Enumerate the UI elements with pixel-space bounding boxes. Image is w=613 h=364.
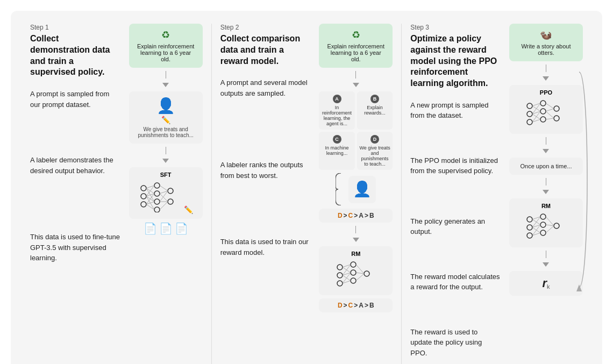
- svg-point-44: [527, 119, 532, 125]
- output-a: A In reinforcement learning, the agent i…: [319, 91, 355, 130]
- arrow-5a: [546, 65, 546, 72]
- edit-icon-sft: ✏️: [184, 205, 193, 214]
- brace-person: 👤: [319, 173, 393, 205]
- arrow-2b: [162, 159, 169, 163]
- svg-line-70: [532, 217, 540, 227]
- label-c: C: [333, 135, 341, 144]
- rm2-nn-svg: [524, 211, 567, 241]
- arrow-3b: [353, 83, 359, 87]
- step-1-section-1: A prompt is sampled from our prompt data…: [30, 89, 120, 110]
- arrow-8a: [546, 251, 546, 258]
- svg-point-63: [527, 233, 532, 238]
- sft-label: SFT: [133, 172, 198, 178]
- doc-icon-3: 📄: [175, 222, 188, 235]
- arrow-4b: [353, 238, 359, 242]
- step-3-output-box: Once upon a time...: [509, 158, 583, 175]
- arrow-5b: [543, 76, 549, 81]
- svg-line-76: [546, 225, 554, 226]
- step-2-column: Step 2 Collect comparison data and train…: [212, 24, 402, 364]
- rm-label-3: RM: [514, 203, 579, 209]
- svg-line-57: [546, 103, 554, 109]
- step-3-column: Step 3 Optimize a policy against the rew…: [402, 24, 591, 364]
- step-3-text: Step 3 Optimize a policy against the rew…: [410, 24, 501, 364]
- step-1-column: Step 1 Collect demonstration data and tr…: [22, 24, 212, 364]
- arrow-1b: [162, 83, 169, 87]
- rm-nn-svg: [334, 259, 377, 289]
- svg-point-2: [141, 202, 146, 207]
- svg-point-28: [351, 262, 356, 267]
- step-3-section-1: A new prompt is sampled from the dataset…: [410, 100, 501, 121]
- svg-point-1: [141, 194, 146, 199]
- svg-line-21: [160, 194, 168, 202]
- svg-line-24: [160, 202, 168, 210]
- step-2-section-3: This data is used to train our reward mo…: [220, 237, 311, 258]
- svg-line-75: [546, 217, 554, 226]
- step-1-prompt-box: ♻ Explain reinforcement learning to a 6 …: [129, 24, 203, 68]
- step-3-ppo-box: PPO: [509, 85, 583, 134]
- svg-point-67: [554, 223, 559, 229]
- svg-point-65: [540, 222, 546, 227]
- outputs-grid: A In reinforcement learning, the agent i…: [319, 91, 393, 170]
- reward-value: r: [542, 276, 547, 290]
- svg-line-34: [343, 265, 351, 275]
- svg-line-41: [356, 274, 364, 281]
- recycle-icon-2: ♻: [325, 29, 386, 41]
- output-d: D We give treats and punishments to teac…: [357, 132, 393, 170]
- svg-line-37: [343, 273, 351, 283]
- arrow-7a: [546, 178, 546, 185]
- svg-point-42: [527, 103, 532, 109]
- arrow-4a: [355, 226, 356, 233]
- reward-box: rk: [509, 271, 583, 296]
- svg-point-45: [540, 101, 546, 106]
- step-3-prompt-box: 🦦 Write a story about otters.: [509, 24, 583, 61]
- arrow-6a: [546, 137, 546, 145]
- rm-label-2: RM: [323, 251, 388, 257]
- svg-line-55: [532, 111, 540, 122]
- svg-point-5: [154, 199, 160, 204]
- step-1-sft-box: SFT: [129, 167, 203, 219]
- svg-point-61: [527, 217, 532, 222]
- edit-icon-1: ✏️: [161, 116, 170, 124]
- step-3-label: Step 3: [410, 24, 501, 31]
- reward-sub: k: [547, 283, 550, 290]
- svg-point-0: [141, 185, 146, 191]
- step-2-section-2: A labeler ranks the outputs from best to…: [220, 160, 311, 181]
- svg-line-22: [160, 191, 168, 202]
- svg-point-43: [527, 111, 532, 117]
- svg-line-60: [546, 118, 554, 119]
- step-1-visuals: ♻ Explain reinforcement learning to a 6 …: [129, 24, 203, 364]
- arrow-3a: [355, 71, 356, 78]
- step-1-section-2: A labeler demonstrates the desired outpu…: [30, 155, 120, 176]
- otter-icon: 🦦: [516, 29, 576, 41]
- step-2-section-1: A prompt and several model outputs are s…: [220, 77, 311, 98]
- arrow-7b: [543, 190, 549, 194]
- step-2-label: Step 2: [220, 24, 311, 31]
- step-2-text: Step 2 Collect comparison data and train…: [220, 24, 311, 364]
- ppo-label: PPO: [514, 89, 579, 96]
- svg-point-46: [540, 109, 546, 114]
- svg-point-4: [154, 191, 160, 196]
- svg-point-66: [540, 230, 546, 235]
- svg-point-47: [540, 117, 546, 122]
- svg-line-39: [356, 265, 364, 274]
- step-1-labeler-box: 👤 ✏️ We give treats and punishments to t…: [129, 91, 203, 144]
- step-2-visuals: ♻ Explain reinforcement learning to a 6 …: [319, 24, 393, 364]
- arrow-2a: [166, 147, 166, 154]
- svg-point-27: [337, 281, 343, 286]
- step-3-section-4: The reward model calculates a reward for…: [410, 272, 501, 292]
- svg-line-18: [146, 204, 154, 210]
- label-d: D: [370, 135, 379, 144]
- brace-svg: [336, 173, 346, 205]
- ppo-nn-svg: [524, 98, 567, 127]
- svg-point-64: [540, 214, 546, 219]
- svg-point-3: [154, 183, 160, 188]
- doc-icon-2: 📄: [159, 222, 173, 235]
- svg-line-77: [546, 226, 554, 233]
- svg-point-48: [554, 106, 559, 111]
- step-1-label: Step 1: [30, 24, 120, 31]
- arrow-6b: [543, 149, 549, 153]
- step-1-text: Step 1 Collect demonstration data and tr…: [30, 24, 120, 364]
- label-b: B: [370, 95, 379, 103]
- step-2-title: Collect comparison data and train a rewa…: [220, 33, 311, 67]
- label-a: A: [333, 95, 341, 103]
